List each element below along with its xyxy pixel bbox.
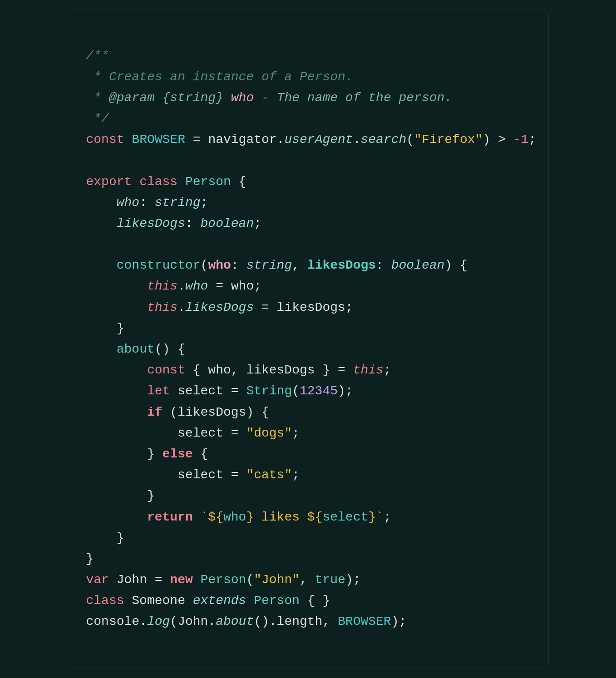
space: [193, 510, 201, 524]
method-search: search: [360, 133, 406, 147]
log-args: (John.: [170, 614, 216, 629]
space: { }: [300, 594, 330, 608]
space: ): [483, 133, 490, 147]
method-about2: about: [216, 614, 254, 629]
indent2: [86, 405, 147, 419]
colon: :: [139, 196, 155, 210]
comment-line1: * Creates an instance of a Person.: [86, 70, 353, 84]
indent2: [86, 363, 147, 377]
template-mid: } likes ${: [246, 510, 322, 524]
this-keyword3: this: [353, 363, 384, 377]
keyword-const: const: [86, 133, 124, 147]
indent3: [86, 426, 178, 440]
indent2: [86, 489, 147, 503]
this-likesdogs: likesDogs: [185, 300, 254, 314]
indent2: [86, 384, 147, 398]
indent3: [86, 468, 178, 482]
prop-who: who: [117, 196, 139, 210]
this-keyword1: this: [147, 279, 177, 293]
comma: ,: [292, 258, 307, 272]
class-name-person: Person: [185, 175, 231, 189]
keyword-class2: class: [86, 594, 124, 608]
paren-close: ) {: [444, 258, 467, 272]
indent1: [86, 321, 117, 335]
comment-tag: @param: [109, 91, 155, 105]
select-assign1: select =: [177, 426, 246, 440]
console-log-line: console.: [86, 614, 147, 629]
string-constructor: String: [246, 384, 292, 398]
indent1: [86, 258, 117, 272]
indent1: [86, 196, 117, 210]
comment-space2: [223, 91, 231, 105]
colon: :: [185, 216, 201, 231]
comment-dash: -: [254, 91, 276, 105]
indent1: [86, 342, 117, 356]
parens: () {: [155, 342, 185, 356]
close-brace1: }: [117, 321, 124, 335]
method-useragent: userAgent: [284, 133, 353, 147]
comment-space1: [155, 91, 163, 105]
paren: (: [246, 573, 254, 587]
op-eq: =: [193, 133, 201, 147]
indent2: [86, 447, 147, 461]
colon: :: [231, 258, 246, 272]
semi: ;: [292, 468, 300, 482]
semi: ;: [384, 363, 391, 377]
code-block: /** * Creates an instance of a Person. *…: [86, 25, 530, 653]
keyword-else: else: [163, 447, 193, 461]
log-args2: ().length,: [254, 614, 338, 629]
string-dogs: "dogs": [246, 426, 292, 440]
comma: ,: [300, 573, 315, 587]
code-container: /** * Creates an instance of a Person. *…: [68, 10, 549, 668]
dot: .: [177, 300, 185, 314]
space: [185, 133, 193, 147]
type-string2: string: [246, 258, 292, 272]
comment-type: {string}: [163, 91, 223, 105]
close-class: }: [86, 552, 94, 566]
comment-open: /**: [86, 49, 109, 63]
constructor-keyword: constructor: [117, 258, 201, 272]
semicolon: ;: [528, 133, 536, 147]
const-browser2: BROWSER: [338, 614, 391, 629]
space: [132, 175, 139, 189]
type-string1: string: [155, 196, 201, 210]
dot: .: [177, 279, 185, 293]
op-gt: >: [490, 133, 506, 147]
template-literal: `${: [201, 510, 223, 524]
template-var-who: who: [223, 510, 246, 524]
comment-close: */: [86, 112, 109, 126]
space: [177, 175, 185, 189]
class-person3: Person: [254, 594, 300, 608]
semi: ;: [254, 216, 261, 231]
close-brace2: }: [147, 447, 163, 461]
space: John =: [109, 573, 170, 587]
string-cats: "cats": [246, 468, 292, 482]
indent1: [86, 531, 117, 545]
space: [124, 133, 132, 147]
space: [246, 594, 254, 608]
string-firefox: "Firefox": [414, 133, 483, 147]
this-keyword2: this: [147, 300, 177, 314]
paren: (: [201, 258, 208, 272]
close-brace4: }: [117, 531, 124, 545]
const-browser: BROWSER: [132, 133, 185, 147]
keyword-new: new: [170, 573, 192, 587]
keyword-extends: extends: [193, 594, 246, 608]
space: (: [406, 133, 414, 147]
comment-param-desc: The name of the person.: [277, 91, 452, 105]
type-boolean2: boolean: [391, 258, 445, 272]
indent2: [86, 300, 147, 314]
neg-one: -1: [506, 133, 528, 147]
keyword-const2: const: [147, 363, 185, 377]
indent1: [86, 216, 117, 231]
method-about: about: [117, 342, 155, 356]
type-boolean1: boolean: [201, 216, 254, 231]
space: Someone: [124, 594, 193, 608]
param-likesdogs: likesDogs: [307, 258, 376, 272]
template-end: }`: [368, 510, 384, 524]
paren-close: );: [345, 573, 361, 587]
semi: ;: [384, 510, 391, 524]
space: navigator.: [201, 133, 285, 147]
keyword-return: return: [147, 510, 193, 524]
comment-line2: *: [86, 91, 109, 105]
